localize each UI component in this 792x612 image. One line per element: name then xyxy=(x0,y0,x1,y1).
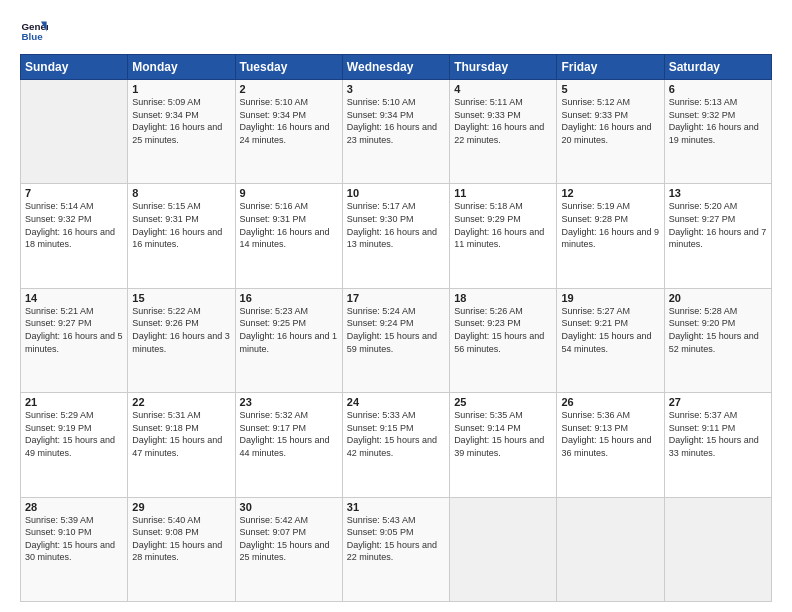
day-detail: Sunrise: 5:40 AMSunset: 9:08 PMDaylight:… xyxy=(132,514,230,564)
day-detail: Sunrise: 5:42 AMSunset: 9:07 PMDaylight:… xyxy=(240,514,338,564)
calendar-cell: 9Sunrise: 5:16 AMSunset: 9:31 PMDaylight… xyxy=(235,184,342,288)
calendar-cell: 23Sunrise: 5:32 AMSunset: 9:17 PMDayligh… xyxy=(235,393,342,497)
day-detail: Sunrise: 5:14 AMSunset: 9:32 PMDaylight:… xyxy=(25,200,123,250)
day-detail: Sunrise: 5:26 AMSunset: 9:23 PMDaylight:… xyxy=(454,305,552,355)
day-detail: Sunrise: 5:33 AMSunset: 9:15 PMDaylight:… xyxy=(347,409,445,459)
calendar-cell: 2Sunrise: 5:10 AMSunset: 9:34 PMDaylight… xyxy=(235,80,342,184)
day-number: 25 xyxy=(454,396,552,408)
day-detail: Sunrise: 5:29 AMSunset: 9:19 PMDaylight:… xyxy=(25,409,123,459)
day-number: 31 xyxy=(347,501,445,513)
weekday-header-thursday: Thursday xyxy=(450,55,557,80)
day-number: 26 xyxy=(561,396,659,408)
calendar-cell: 14Sunrise: 5:21 AMSunset: 9:27 PMDayligh… xyxy=(21,288,128,392)
weekday-header-wednesday: Wednesday xyxy=(342,55,449,80)
calendar-cell: 10Sunrise: 5:17 AMSunset: 9:30 PMDayligh… xyxy=(342,184,449,288)
day-number: 9 xyxy=(240,187,338,199)
day-detail: Sunrise: 5:31 AMSunset: 9:18 PMDaylight:… xyxy=(132,409,230,459)
day-number: 29 xyxy=(132,501,230,513)
day-detail: Sunrise: 5:20 AMSunset: 9:27 PMDaylight:… xyxy=(669,200,767,250)
day-number: 22 xyxy=(132,396,230,408)
week-row-4: 28Sunrise: 5:39 AMSunset: 9:10 PMDayligh… xyxy=(21,497,772,601)
calendar-cell xyxy=(450,497,557,601)
day-number: 24 xyxy=(347,396,445,408)
day-number: 21 xyxy=(25,396,123,408)
weekday-header-tuesday: Tuesday xyxy=(235,55,342,80)
calendar-cell: 5Sunrise: 5:12 AMSunset: 9:33 PMDaylight… xyxy=(557,80,664,184)
calendar-cell xyxy=(21,80,128,184)
day-number: 23 xyxy=(240,396,338,408)
day-detail: Sunrise: 5:11 AMSunset: 9:33 PMDaylight:… xyxy=(454,96,552,146)
day-number: 7 xyxy=(25,187,123,199)
day-detail: Sunrise: 5:22 AMSunset: 9:26 PMDaylight:… xyxy=(132,305,230,355)
day-detail: Sunrise: 5:39 AMSunset: 9:10 PMDaylight:… xyxy=(25,514,123,564)
day-number: 17 xyxy=(347,292,445,304)
calendar-cell: 16Sunrise: 5:23 AMSunset: 9:25 PMDayligh… xyxy=(235,288,342,392)
day-number: 3 xyxy=(347,83,445,95)
week-row-3: 21Sunrise: 5:29 AMSunset: 9:19 PMDayligh… xyxy=(21,393,772,497)
calendar-cell: 24Sunrise: 5:33 AMSunset: 9:15 PMDayligh… xyxy=(342,393,449,497)
day-number: 8 xyxy=(132,187,230,199)
calendar-cell: 13Sunrise: 5:20 AMSunset: 9:27 PMDayligh… xyxy=(664,184,771,288)
day-number: 2 xyxy=(240,83,338,95)
day-number: 1 xyxy=(132,83,230,95)
calendar-cell: 30Sunrise: 5:42 AMSunset: 9:07 PMDayligh… xyxy=(235,497,342,601)
day-number: 10 xyxy=(347,187,445,199)
day-number: 15 xyxy=(132,292,230,304)
calendar-cell: 22Sunrise: 5:31 AMSunset: 9:18 PMDayligh… xyxy=(128,393,235,497)
calendar-cell: 7Sunrise: 5:14 AMSunset: 9:32 PMDaylight… xyxy=(21,184,128,288)
day-detail: Sunrise: 5:23 AMSunset: 9:25 PMDaylight:… xyxy=(240,305,338,355)
day-detail: Sunrise: 5:10 AMSunset: 9:34 PMDaylight:… xyxy=(347,96,445,146)
calendar-cell: 15Sunrise: 5:22 AMSunset: 9:26 PMDayligh… xyxy=(128,288,235,392)
day-number: 11 xyxy=(454,187,552,199)
day-detail: Sunrise: 5:21 AMSunset: 9:27 PMDaylight:… xyxy=(25,305,123,355)
day-number: 12 xyxy=(561,187,659,199)
day-detail: Sunrise: 5:13 AMSunset: 9:32 PMDaylight:… xyxy=(669,96,767,146)
calendar-cell: 26Sunrise: 5:36 AMSunset: 9:13 PMDayligh… xyxy=(557,393,664,497)
day-detail: Sunrise: 5:37 AMSunset: 9:11 PMDaylight:… xyxy=(669,409,767,459)
day-number: 18 xyxy=(454,292,552,304)
day-detail: Sunrise: 5:24 AMSunset: 9:24 PMDaylight:… xyxy=(347,305,445,355)
calendar-cell: 11Sunrise: 5:18 AMSunset: 9:29 PMDayligh… xyxy=(450,184,557,288)
day-number: 16 xyxy=(240,292,338,304)
header: General Blue xyxy=(20,16,772,44)
day-detail: Sunrise: 5:36 AMSunset: 9:13 PMDaylight:… xyxy=(561,409,659,459)
calendar-page: General Blue SundayMondayTuesdayWednesda… xyxy=(0,0,792,612)
day-detail: Sunrise: 5:12 AMSunset: 9:33 PMDaylight:… xyxy=(561,96,659,146)
week-row-0: 1Sunrise: 5:09 AMSunset: 9:34 PMDaylight… xyxy=(21,80,772,184)
weekday-header-monday: Monday xyxy=(128,55,235,80)
calendar-cell: 19Sunrise: 5:27 AMSunset: 9:21 PMDayligh… xyxy=(557,288,664,392)
day-detail: Sunrise: 5:32 AMSunset: 9:17 PMDaylight:… xyxy=(240,409,338,459)
day-detail: Sunrise: 5:27 AMSunset: 9:21 PMDaylight:… xyxy=(561,305,659,355)
day-detail: Sunrise: 5:10 AMSunset: 9:34 PMDaylight:… xyxy=(240,96,338,146)
day-number: 5 xyxy=(561,83,659,95)
day-detail: Sunrise: 5:17 AMSunset: 9:30 PMDaylight:… xyxy=(347,200,445,250)
week-row-2: 14Sunrise: 5:21 AMSunset: 9:27 PMDayligh… xyxy=(21,288,772,392)
day-number: 19 xyxy=(561,292,659,304)
calendar-cell: 12Sunrise: 5:19 AMSunset: 9:28 PMDayligh… xyxy=(557,184,664,288)
day-detail: Sunrise: 5:19 AMSunset: 9:28 PMDaylight:… xyxy=(561,200,659,250)
day-detail: Sunrise: 5:28 AMSunset: 9:20 PMDaylight:… xyxy=(669,305,767,355)
calendar-cell: 6Sunrise: 5:13 AMSunset: 9:32 PMDaylight… xyxy=(664,80,771,184)
day-detail: Sunrise: 5:16 AMSunset: 9:31 PMDaylight:… xyxy=(240,200,338,250)
weekday-header-row: SundayMondayTuesdayWednesdayThursdayFrid… xyxy=(21,55,772,80)
calendar-cell: 17Sunrise: 5:24 AMSunset: 9:24 PMDayligh… xyxy=(342,288,449,392)
day-detail: Sunrise: 5:43 AMSunset: 9:05 PMDaylight:… xyxy=(347,514,445,564)
calendar-cell xyxy=(557,497,664,601)
day-number: 13 xyxy=(669,187,767,199)
calendar-cell: 21Sunrise: 5:29 AMSunset: 9:19 PMDayligh… xyxy=(21,393,128,497)
calendar-cell: 31Sunrise: 5:43 AMSunset: 9:05 PMDayligh… xyxy=(342,497,449,601)
weekday-header-sunday: Sunday xyxy=(21,55,128,80)
calendar-cell: 1Sunrise: 5:09 AMSunset: 9:34 PMDaylight… xyxy=(128,80,235,184)
svg-text:Blue: Blue xyxy=(21,31,43,42)
calendar-cell: 20Sunrise: 5:28 AMSunset: 9:20 PMDayligh… xyxy=(664,288,771,392)
calendar-table: SundayMondayTuesdayWednesdayThursdayFrid… xyxy=(20,54,772,602)
logo: General Blue xyxy=(20,16,48,44)
calendar-cell: 25Sunrise: 5:35 AMSunset: 9:14 PMDayligh… xyxy=(450,393,557,497)
day-number: 6 xyxy=(669,83,767,95)
calendar-cell: 8Sunrise: 5:15 AMSunset: 9:31 PMDaylight… xyxy=(128,184,235,288)
day-detail: Sunrise: 5:15 AMSunset: 9:31 PMDaylight:… xyxy=(132,200,230,250)
day-number: 28 xyxy=(25,501,123,513)
day-detail: Sunrise: 5:09 AMSunset: 9:34 PMDaylight:… xyxy=(132,96,230,146)
day-detail: Sunrise: 5:35 AMSunset: 9:14 PMDaylight:… xyxy=(454,409,552,459)
day-number: 4 xyxy=(454,83,552,95)
